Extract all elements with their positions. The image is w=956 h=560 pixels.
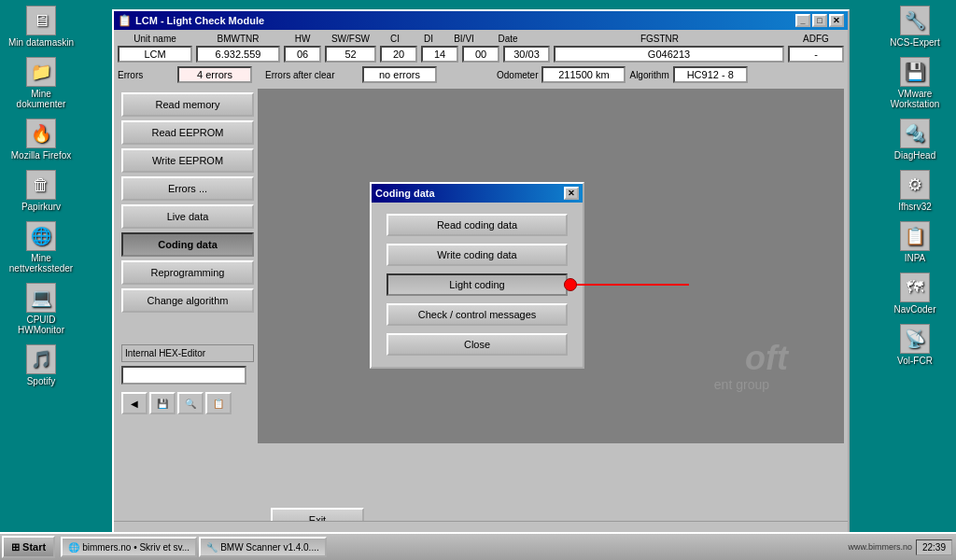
watermark-text: oft bbox=[745, 339, 788, 378]
hex-input[interactable] bbox=[121, 366, 246, 385]
modal-content: Read coding data Write coding data Light… bbox=[372, 203, 583, 367]
desktop-icon-ncs-expert[interactable]: 🔧 NCS-Expert bbox=[888, 4, 941, 49]
adfg-value: - bbox=[788, 46, 844, 63]
vmware-icon: 💾 bbox=[900, 57, 930, 87]
start-button[interactable]: ⊞ Start bbox=[2, 536, 55, 558]
desktop-icon-nettverkssteder[interactable]: 🌐 Mine nettverkssteder bbox=[4, 219, 78, 275]
light-coding-indicator bbox=[564, 278, 689, 291]
sidebar-buttons: Read memory Read EEPROM Write EEPROM Err… bbox=[118, 89, 258, 443]
hex-editor: Internal HEX-Editor ◀ 💾 🔍 📋 bbox=[121, 344, 254, 414]
bi-vi-label: BI/VI bbox=[447, 34, 481, 44]
main-area: Read memory Read EEPROM Write EEPROM Err… bbox=[118, 89, 844, 443]
taskbar-item-1[interactable]: 🔧 BMW Scanner v1.4.0.... bbox=[199, 537, 327, 557]
lcm-title: 📋 LCM - Light Check Module bbox=[118, 14, 264, 27]
taskbar-url: www.bimmers.no bbox=[848, 542, 912, 552]
ncs-icon: 🔧 bbox=[900, 6, 930, 35]
ifhsrv-icon: ⚙ bbox=[900, 170, 930, 200]
hex-editor-label: Internal HEX-Editor bbox=[121, 344, 254, 362]
desktop-icon-papirkurv[interactable]: 🗑 Papirkurv bbox=[4, 168, 78, 214]
errors-after-clear-label: Errors after clear bbox=[265, 70, 358, 80]
taskbar: ⊞ Start 🌐 bimmers.no • Skriv et sv... 🔧 … bbox=[0, 532, 956, 560]
desktop-icon-cpuid[interactable]: 💻 CPUID HWMonitor bbox=[4, 281, 78, 337]
hex-btn-2[interactable]: 💾 bbox=[149, 392, 176, 414]
ci-label: CI bbox=[380, 34, 410, 44]
di-value: 14 bbox=[421, 46, 458, 63]
fgstnr-value: G046213 bbox=[554, 46, 784, 63]
desktop-icon-spotify[interactable]: 🎵 Spotify bbox=[4, 343, 78, 388]
modal-title: Coding data bbox=[375, 188, 435, 199]
desktop: 🖥 Min datamaskin 📁 Mine dokumenter 🔥 Moz… bbox=[0, 0, 956, 532]
computer-icon: 🖥 bbox=[26, 6, 56, 35]
light-coding-row: Light coding bbox=[387, 273, 568, 296]
errors-button[interactable]: Errors ... bbox=[121, 176, 254, 201]
date-label: Date bbox=[485, 34, 531, 44]
lcm-body: Unit name BMWTNR HW SW/FSW CI DI BI/VI D… bbox=[114, 30, 848, 447]
minimize-button[interactable]: _ bbox=[795, 14, 810, 27]
odometer-value: 211500 km bbox=[541, 66, 626, 83]
write-coding-data-button[interactable]: Write coding data bbox=[387, 244, 568, 266]
desktop-icons-right: 🔧 NCS-Expert 💾 VMware Workstation 🔩 Diag… bbox=[878, 4, 952, 368]
firefox-icon: 🔥 bbox=[26, 119, 56, 148]
modal-close-button[interactable]: ✕ bbox=[564, 187, 579, 200]
bi-vi-value: 00 bbox=[462, 46, 499, 63]
read-eeprom-button[interactable]: Read EEPROM bbox=[121, 120, 254, 145]
taskbar-items: 🌐 bimmers.no • Skriv et sv... 🔧 BMW Scan… bbox=[61, 537, 848, 557]
vol-fcr-icon: 📡 bbox=[900, 324, 930, 354]
arrow-line bbox=[577, 284, 689, 286]
desktop-icon-min-datamaskin[interactable]: 🖥 Min datamaskin bbox=[4, 4, 78, 49]
modal-close-btn[interactable]: Close bbox=[387, 333, 568, 356]
fgstnr-label: FGSTNR bbox=[535, 34, 784, 44]
reprogramming-button[interactable]: Reprogramming bbox=[121, 260, 254, 285]
red-dot-indicator bbox=[564, 278, 577, 291]
hex-btn-3[interactable]: 🔍 bbox=[177, 392, 204, 414]
modal-titlebar: Coding data ✕ bbox=[372, 184, 583, 203]
cpu-icon: 💻 bbox=[26, 283, 56, 313]
errors-value: 4 errors bbox=[177, 66, 252, 83]
write-eeprom-button[interactable]: Write EEPROM bbox=[121, 148, 254, 173]
inpa-icon: 📋 bbox=[900, 221, 930, 251]
trash-icon: 🗑 bbox=[26, 170, 56, 200]
sw-fsw-value: 52 bbox=[325, 46, 376, 63]
odometer-label: Odometer bbox=[497, 70, 538, 80]
check-control-button[interactable]: Check / control messages bbox=[387, 303, 568, 326]
change-algorithm-button[interactable]: Change algorithm bbox=[121, 288, 254, 313]
sw-fsw-label: SW/FSW bbox=[325, 34, 376, 44]
taskbar-item-0[interactable]: 🌐 bimmers.no • Skriv et sv... bbox=[61, 537, 197, 557]
hex-btn-1[interactable]: ◀ bbox=[121, 392, 148, 414]
di-label: DI bbox=[414, 34, 443, 44]
hw-value: 06 bbox=[284, 46, 321, 63]
lcm-window: 📋 LCM - Light Check Module _ □ ✕ Unit na… bbox=[112, 9, 850, 541]
ci-value: 20 bbox=[380, 46, 417, 63]
folder-icon: 📁 bbox=[26, 57, 56, 87]
desktop-icon-inpa[interactable]: 📋 INPA bbox=[898, 219, 932, 265]
maximize-button[interactable]: □ bbox=[812, 14, 827, 27]
canvas-area: oft ent group Coding data ✕ Read coding … bbox=[258, 89, 844, 443]
date-value: 30/03 bbox=[503, 46, 550, 63]
desktop-icon-vol-fcr[interactable]: 📡 Vol-FCR bbox=[895, 322, 935, 368]
coding-data-modal: Coding data ✕ Read coding data Write cod… bbox=[370, 182, 584, 369]
hex-buttons: ◀ 💾 🔍 📋 bbox=[121, 392, 254, 414]
coding-data-button[interactable]: Coding data bbox=[121, 232, 254, 257]
read-memory-button[interactable]: Read memory bbox=[121, 92, 254, 117]
watermark-subtext: ent group bbox=[714, 377, 769, 392]
clock: 22:39 bbox=[916, 539, 952, 555]
light-coding-button[interactable]: Light coding bbox=[387, 273, 568, 296]
desktop-icon-vmware[interactable]: 💾 VMware Workstation bbox=[878, 55, 952, 111]
read-coding-data-button[interactable]: Read coding data bbox=[387, 214, 568, 236]
desktop-icon-diaghead[interactable]: 🔩 DiagHead bbox=[893, 117, 937, 162]
live-data-button[interactable]: Live data bbox=[121, 204, 254, 229]
algorithm-value: HC912 - 8 bbox=[673, 66, 748, 83]
close-button[interactable]: ✕ bbox=[829, 14, 844, 27]
desktop-icon-navcoder[interactable]: 🗺 NavCoder bbox=[892, 271, 937, 316]
unit-name-value: LCM bbox=[118, 46, 192, 63]
algorithm-label: Algorithm bbox=[629, 70, 668, 80]
bmwtnr-value: 6.932.559 bbox=[196, 46, 280, 63]
lcm-titlebar: 📋 LCM - Light Check Module _ □ ✕ bbox=[114, 11, 848, 30]
unit-name-label: Unit name bbox=[118, 34, 192, 44]
desktop-icon-ifhsrv32[interactable]: ⚙ Ifhsrv32 bbox=[896, 168, 934, 214]
desktop-icon-mozilla[interactable]: 🔥 Mozilla Firefox bbox=[4, 117, 78, 162]
desktop-icon-mine-dokumenter[interactable]: 📁 Mine dokumenter bbox=[4, 55, 78, 111]
hex-btn-4[interactable]: 📋 bbox=[205, 392, 232, 414]
errors-label: Errors bbox=[118, 70, 174, 80]
diaghead-icon: 🔩 bbox=[900, 119, 930, 148]
